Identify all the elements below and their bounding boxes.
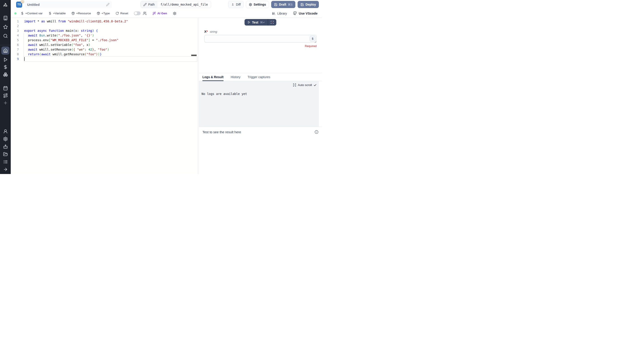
info-icon[interactable] <box>314 130 318 134</box>
folder-open-icon[interactable] <box>3 152 8 156</box>
search-icon[interactable] <box>3 34 8 38</box>
boxes-icon[interactable] <box>3 72 8 77</box>
right-panel: Test ⌘↵ X * string <box>198 18 322 174</box>
plus-icon[interactable] <box>3 100 8 105</box>
library-icon <box>272 12 276 15</box>
code-line[interactable]: return(await wmill.getResource("foo"))} <box>24 52 198 57</box>
auto-scroll-toggle[interactable]: Auto scroll <box>199 81 319 87</box>
users-icon <box>143 12 147 15</box>
code-line[interactable] <box>24 24 198 28</box>
save-icon <box>300 3 304 6</box>
code-line[interactable]: await wmill.setVariable("foo", x) <box>24 42 198 47</box>
sidebar-divider <box>0 45 11 45</box>
use-vscode-button[interactable]: Use VScode <box>293 12 318 15</box>
tab-history[interactable]: History <box>231 73 240 81</box>
robot-icon[interactable] <box>3 144 8 149</box>
script-title-input[interactable]: Untitled <box>25 1 112 8</box>
multiplayer-users-button[interactable] <box>143 12 147 15</box>
line-number: 5 <box>11 38 19 42</box>
arg-name: X <box>204 30 206 33</box>
tab-trigger-captures[interactable]: Trigger captures <box>248 73 270 81</box>
code-line[interactable]: export async function main(x: string) { <box>24 28 198 33</box>
arrow-right-icon[interactable] <box>3 167 8 172</box>
calendar-icon[interactable] <box>3 86 8 90</box>
code-line[interactable]: await wmill.setResource({ "we": 42}, "fo… <box>24 47 198 52</box>
library-label: Library <box>277 12 287 15</box>
resource-label: +Resource <box>76 12 91 15</box>
line-number: 4 <box>11 33 19 38</box>
logs-empty-message: No logs are available yet <box>202 92 319 96</box>
multiplayer-toggle[interactable] <box>134 12 140 15</box>
line-number: 1 <box>11 19 19 24</box>
line-number: 8 <box>11 52 19 57</box>
user-icon[interactable] <box>3 129 8 134</box>
capture-button[interactable] <box>268 19 276 26</box>
arg-type: string <box>210 30 217 33</box>
ai-gen-button[interactable]: AI Gen <box>152 12 167 15</box>
code-editor[interactable]: 123456789 import * as wmill from "windmi… <box>11 18 198 174</box>
arg-x-input[interactable] <box>204 35 317 42</box>
editor-gutter: 123456789 <box>11 19 19 61</box>
deploy-button[interactable]: Deploy <box>298 1 319 8</box>
tab-logs-result[interactable]: Logs & Result <box>202 73 224 81</box>
test-shortcut: ⌘↵ <box>260 21 265 24</box>
result-tabs: Logs & Result History Trigger captures <box>199 73 322 81</box>
auto-scroll-label: Auto scroll <box>298 83 312 87</box>
play-icon[interactable] <box>3 57 8 62</box>
line-number: 2 <box>11 24 19 28</box>
test-button[interactable]: Test ⌘↵ <box>244 19 268 26</box>
line-number: 6 <box>11 42 19 47</box>
windmill-logo-icon[interactable] <box>0 0 11 10</box>
path-button[interactable]: Path f/all/demo_mocked_api_file <box>140 1 211 8</box>
editor-code-lines[interactable]: import * as wmill from "windmill-client@… <box>24 19 198 61</box>
vscode-label: Use VScode <box>299 12 318 15</box>
draft-button[interactable]: Draft ⌘S <box>271 1 296 8</box>
required-star: * <box>206 30 208 33</box>
code-line[interactable]: await Bun.write("./foo.json", '{}') <box>24 33 198 38</box>
insert-variable-button[interactable]: $ <box>310 36 316 42</box>
logs-pane: Auto scroll No logs are available yet <box>199 81 319 127</box>
topbar-actions: Diff Settings Draft ⌘S Deploy <box>228 1 319 8</box>
resize-handle[interactable] <box>314 41 316 43</box>
online-status-dot <box>14 12 16 14</box>
audit-list-icon[interactable] <box>3 160 8 164</box>
variable-label: +Variable <box>53 12 66 15</box>
dollar-icon[interactable] <box>3 65 8 70</box>
windmill-script-editor: TS Untitled Path f/all/demo_mocked_api_f… <box>0 0 322 174</box>
gear-icon[interactable] <box>3 136 8 141</box>
deploy-label: Deploy <box>306 3 316 6</box>
left-sidebar <box>0 0 11 174</box>
indent-guide <box>24 33 24 57</box>
code-line[interactable] <box>24 57 198 61</box>
toolbar-right-group: Library Use VScode <box>272 12 318 15</box>
add-resource-button[interactable]: +Resource <box>72 12 91 15</box>
diff-label: Diff <box>236 3 241 6</box>
add-type-button[interactable]: +Type <box>97 12 110 15</box>
context-var-label: +Context var <box>25 12 42 15</box>
add-context-var-button[interactable]: +Context var <box>20 12 42 15</box>
settings-button[interactable]: Settings <box>246 1 269 8</box>
editor-toolbar: +Context var +Variable +Resource +Type R… <box>11 9 322 18</box>
editor-settings-button[interactable] <box>173 12 176 15</box>
save-icon <box>274 3 278 6</box>
overview-ruler-mark <box>191 55 196 56</box>
test-section: Test ⌘↵ X * string <box>199 18 322 73</box>
sidebar-nav-group <box>1 46 10 105</box>
reset-label: Reset <box>120 12 128 15</box>
building-icon[interactable] <box>3 16 8 20</box>
add-variable-button[interactable]: +Variable <box>48 12 66 15</box>
code-line[interactable]: process.env["WM_MOCKED_API_FILE"] = "./f… <box>24 38 198 42</box>
expand-icon <box>293 83 296 87</box>
star-icon[interactable] <box>3 25 8 29</box>
bun-runtime-icon <box>20 0 24 4</box>
library-button[interactable]: Library <box>272 12 287 15</box>
required-hint: Required <box>204 44 317 48</box>
diff-button[interactable]: Diff <box>228 1 244 8</box>
reset-button[interactable]: Reset <box>116 12 128 15</box>
line-number: 9 <box>11 57 19 61</box>
sidebar-item-home[interactable] <box>1 46 10 55</box>
route-icon[interactable] <box>3 93 8 98</box>
code-line[interactable]: import * as wmill from "windmill-client@… <box>24 19 198 24</box>
line-number: 7 <box>11 47 19 52</box>
diff-icon <box>231 3 234 6</box>
